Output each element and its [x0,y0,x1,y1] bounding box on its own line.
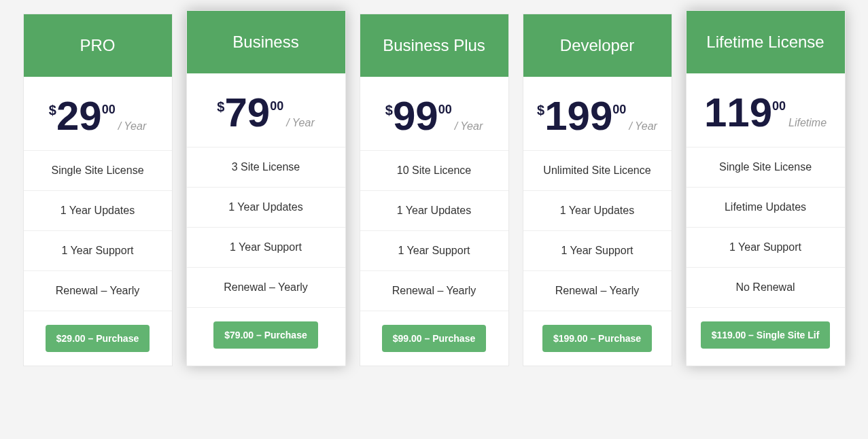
feature-item: 1 Year Updates [187,188,345,228]
price-period: Lifetime [788,117,827,129]
feature-item: 1 Year Support [187,228,345,268]
feature-item: 1 Year Support [523,231,672,271]
feature-item: 3 Site License [187,147,345,188]
price-period: / Year [629,120,657,133]
price-period: / Year [455,120,483,133]
currency-symbol: $ [217,99,224,115]
purchase-button[interactable]: $99.00 – Purchase [382,325,486,352]
plan-price: 119 00 Lifetime [687,73,845,147]
purchase-button[interactable]: $199.00 – Purchase [542,325,652,352]
price-cents: 00 [438,103,452,117]
card-footer: $79.00 – Purchase [187,308,345,362]
features-list: Single Site License Lifetime Updates 1 Y… [687,147,845,308]
pricing-card-pro: PRO $ 29 00 / Year Single Site License 1… [23,14,173,366]
plan-title: Business Plus [360,14,508,77]
plan-title: PRO [24,14,172,77]
features-list: 3 Site License 1 Year Updates 1 Year Sup… [187,147,345,308]
price-amount: 79 [224,92,270,133]
feature-item: 1 Year Support [24,231,172,271]
plan-price: $ 29 00 / Year [24,77,172,151]
purchase-button[interactable]: $79.00 – Purchase [213,321,317,349]
price-amount: 29 [56,96,102,137]
feature-item: No Renewal [687,268,845,308]
card-footer: $99.00 – Purchase [360,311,508,366]
feature-item: 1 Year Updates [360,191,508,231]
feature-item: Renewal – Yearly [523,271,672,311]
feature-item: Renewal – Yearly [360,271,508,311]
pricing-card-business: Business $ 79 00 / Year 3 Site License 1… [186,10,346,366]
price-period: / Year [286,117,315,129]
purchase-button[interactable]: $119.00 – Single Site Lif [701,321,831,349]
price-period: / Year [118,120,147,133]
price-cents: 00 [612,103,626,117]
plan-title: Business [187,11,345,73]
pricing-card-developer: Developer $ 199 00 / Year Unlimited Site… [523,14,672,366]
feature-item: Unlimited Site Licence [523,151,672,191]
features-list: Single Site License 1 Year Updates 1 Yea… [24,151,172,311]
card-footer: $119.00 – Single Site Lif [687,308,845,362]
currency-symbol: $ [537,103,544,118]
price-cents: 00 [772,99,786,113]
feature-item: 1 Year Support [687,228,845,268]
features-list: 10 Site Licence 1 Year Updates 1 Year Su… [360,151,508,311]
card-footer: $199.00 – Purchase [523,311,672,366]
feature-item: 1 Year Updates [24,191,172,231]
feature-item: 1 Year Updates [523,191,672,231]
price-cents: 00 [270,99,283,113]
price-amount: 99 [393,96,438,137]
feature-item: Lifetime Updates [687,188,845,228]
feature-item: Single Site License [24,151,172,191]
price-amount: 199 [544,96,612,137]
pricing-card-lifetime: Lifetime License 119 00 Lifetime Single … [686,10,846,366]
price-amount: 119 [704,92,772,133]
price-cents: 00 [102,103,116,117]
plan-title: Lifetime License [687,11,845,73]
plan-title: Developer [523,14,672,77]
plan-price: $ 199 00 / Year [523,77,672,151]
features-list: Unlimited Site Licence 1 Year Updates 1 … [523,151,672,311]
pricing-card-business-plus: Business Plus $ 99 00 / Year 10 Site Lic… [360,14,509,366]
feature-item: 1 Year Support [360,231,508,271]
plan-price: $ 99 00 / Year [360,77,508,151]
feature-item: Renewal – Yearly [24,271,172,311]
currency-symbol: $ [385,103,393,118]
pricing-container: PRO $ 29 00 / Year Single Site License 1… [14,14,854,366]
purchase-button[interactable]: $29.00 – Purchase [46,325,150,352]
feature-item: 10 Site Licence [360,151,508,191]
plan-price: $ 79 00 / Year [187,73,345,147]
card-footer: $29.00 – Purchase [24,311,172,366]
currency-symbol: $ [49,103,56,118]
feature-item: Renewal – Yearly [187,268,345,308]
feature-item: Single Site License [687,147,845,188]
